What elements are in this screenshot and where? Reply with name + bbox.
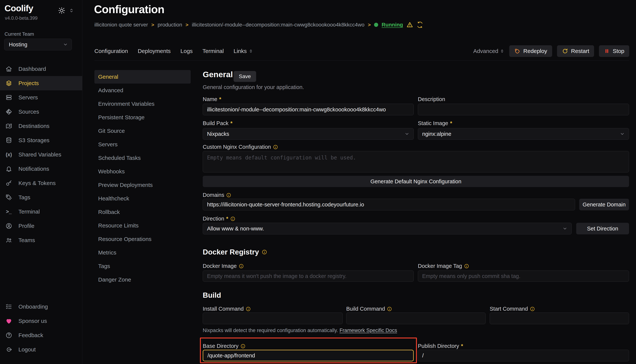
breadcrumb-separator: > [151, 22, 154, 28]
info-icon[interactable] [240, 344, 246, 349]
sidebar-item-logout[interactable]: Logout [0, 342, 82, 357]
breadcrumb-environment[interactable]: production [158, 22, 182, 28]
config-nav-tags[interactable]: Tags [94, 260, 191, 273]
docker-image-tag-label: Docker Image Tag [418, 263, 469, 269]
generate-nginx-button[interactable]: Generate Default Nginx Configuration [203, 176, 629, 187]
info-icon[interactable] [387, 306, 392, 312]
sidebar-item-s3-storages[interactable]: S3 Storages [0, 133, 82, 148]
config-nav-advanced[interactable]: Advanced [94, 84, 191, 97]
direction-label: Direction* [203, 216, 236, 222]
breadcrumb-separator: > [186, 22, 188, 28]
sidebar-item-dashboard[interactable]: Dashboard [0, 62, 82, 76]
description-label: Description [418, 96, 445, 102]
info-icon[interactable] [262, 249, 267, 255]
info-icon[interactable] [273, 144, 278, 150]
sidebar-item-servers[interactable]: Servers [0, 90, 82, 104]
config-nav-resource-limits[interactable]: Resource Limits [94, 219, 191, 232]
config-nav-general[interactable]: General [94, 70, 191, 84]
config-nav: General Advanced Environment Variables P… [94, 70, 191, 286]
sidebar-footer-nav: Onboarding Sponsor us Feedback Logout [0, 300, 82, 357]
config-nav-rollback[interactable]: Rollback [94, 205, 191, 219]
chevron-down-icon [620, 132, 625, 136]
install-command-input[interactable] [203, 312, 343, 324]
direction-select[interactable]: Allow www & non-www. [203, 223, 572, 234]
set-direction-button[interactable]: Set Direction [576, 223, 629, 234]
info-icon[interactable] [246, 306, 251, 312]
build-heading: Build [203, 291, 221, 300]
config-nav-healthcheck[interactable]: Healthcheck [94, 192, 191, 205]
chevron-down-icon [404, 132, 409, 136]
app-version: v4.0.0-beta.399 [5, 16, 38, 21]
domains-input[interactable] [203, 199, 575, 210]
tab-deployments[interactable]: Deployments [138, 48, 170, 54]
map-icon [5, 122, 13, 130]
user-circle-icon [5, 222, 13, 230]
current-team-label: Current Team [5, 31, 34, 37]
sidebar-item-profile[interactable]: Profile [0, 219, 82, 233]
info-icon[interactable] [464, 264, 469, 269]
sidebar-item-sources[interactable]: Sources [0, 104, 82, 119]
users-icon [5, 237, 13, 244]
config-nav-preview-deployments[interactable]: Preview Deployments [94, 178, 191, 192]
sidebar-item-destinations[interactable]: Destinations [0, 119, 82, 133]
info-icon[interactable] [230, 216, 236, 222]
description-input[interactable] [418, 104, 629, 115]
chevrons-up-down-icon[interactable] [69, 8, 74, 13]
tab-configuration[interactable]: Configuration [94, 48, 128, 54]
app-logo[interactable]: Coolify [5, 3, 33, 13]
custom-nginx-label: Custom Nginx Configuration [203, 144, 278, 150]
config-nav-git-source[interactable]: Git Source [94, 124, 191, 138]
bell-icon [5, 165, 13, 172]
team-select[interactable]: Hosting [4, 39, 72, 50]
config-nav-scheduled-tasks[interactable]: Scheduled Tasks [94, 151, 191, 165]
tab-logs[interactable]: Logs [180, 48, 193, 54]
name-input[interactable] [203, 104, 414, 115]
info-icon[interactable] [226, 192, 231, 198]
publish-directory-input[interactable] [418, 350, 629, 361]
breadcrumb-project[interactable]: illicitonion quote server [94, 22, 148, 28]
sidebar-item-shared-variables[interactable]: (x) Shared Variables [0, 148, 82, 162]
sidebar-item-feedback[interactable]: Feedback [0, 328, 82, 342]
main-area: Configuration illicitonion quote server … [82, 0, 636, 364]
sidebar-item-notifications[interactable]: Notifications [0, 162, 82, 176]
chevron-down-icon [562, 226, 567, 231]
config-nav-environment-variables[interactable]: Environment Variables [94, 97, 191, 111]
config-nav-danger-zone[interactable]: Danger Zone [94, 273, 191, 286]
sidebar-item-terminal[interactable]: >_ Terminal [0, 204, 82, 219]
section-heading: General [203, 70, 233, 79]
sidebar-item-keys-tokens[interactable]: Keys & Tokens [0, 176, 82, 190]
build-pack-select[interactable]: Nixpacks [203, 128, 414, 140]
generate-domain-button[interactable]: Generate Domain [579, 199, 629, 210]
docker-image-tag-input[interactable] [418, 270, 629, 282]
sidebar-nav: Dashboard Projects Servers Sources [0, 62, 82, 247]
start-command-input[interactable] [490, 312, 629, 324]
sidebar-item-tags[interactable]: Tags [0, 190, 82, 204]
sidebar-item-projects[interactable]: Projects [0, 76, 82, 90]
info-icon[interactable] [530, 306, 535, 312]
save-button[interactable]: Save [234, 71, 256, 82]
build-command-label: Build Command [346, 306, 392, 312]
config-nav-persistent-storage[interactable]: Persistent Storage [94, 111, 191, 124]
page-title: Configuration [94, 3, 164, 16]
name-label: Name* [203, 96, 221, 102]
sidebar-item-teams[interactable]: Teams [0, 233, 82, 247]
framework-docs-link[interactable]: Framework Specific Docs [339, 328, 397, 333]
static-image-select[interactable]: nginx:alpine [418, 128, 629, 140]
config-nav-servers[interactable]: Servers [94, 138, 191, 151]
config-nav-metrics[interactable]: Metrics [94, 246, 191, 260]
config-nav-resource-operations[interactable]: Resource Operations [94, 232, 191, 246]
docker-image-input[interactable] [203, 270, 414, 282]
app-sidebar: Coolify v4.0.0-beta.399 Current Team Hos… [0, 0, 82, 364]
team-select-value: Hosting [9, 42, 27, 48]
config-nav-webhooks[interactable]: Webhooks [94, 165, 191, 178]
base-directory-input[interactable] [203, 350, 414, 361]
base-directory-label: Base Directory [203, 343, 246, 349]
theme-toggle-sun-icon[interactable] [58, 7, 65, 14]
custom-nginx-textarea[interactable] [203, 151, 629, 172]
publish-directory-label: Publish Directory* [418, 343, 463, 349]
info-icon[interactable] [239, 264, 244, 269]
sidebar-item-sponsor[interactable]: Sponsor us [0, 314, 82, 328]
build-command-input[interactable] [346, 312, 486, 324]
start-command-label: Start Command [490, 306, 535, 312]
sidebar-item-onboarding[interactable]: Onboarding [0, 300, 82, 314]
